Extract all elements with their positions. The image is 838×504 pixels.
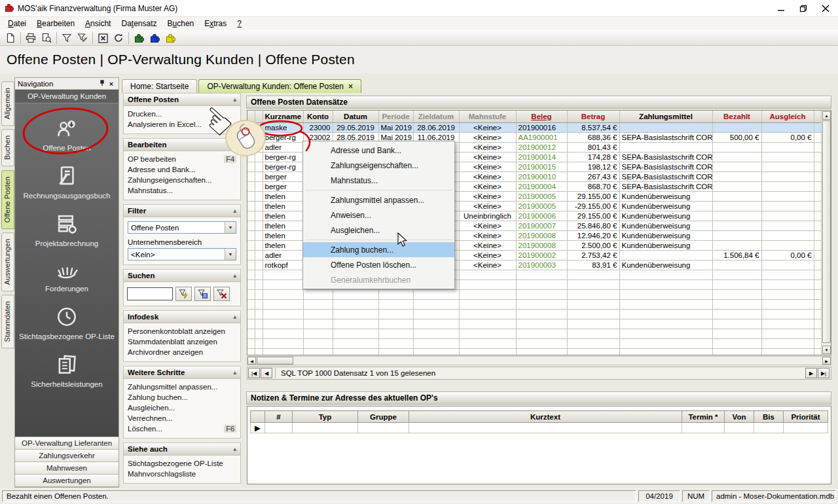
filter-lightning-icon[interactable] bbox=[175, 287, 192, 301]
task-link[interactable]: Mahnstatus... bbox=[128, 185, 236, 196]
minimize-button[interactable] bbox=[770, 1, 792, 16]
vertical-tab[interactable]: Buchen bbox=[1, 129, 14, 166]
nav-bottom-item[interactable]: Auswertungen bbox=[15, 475, 118, 487]
menu-item[interactable]: Datei bbox=[3, 18, 31, 29]
filter-list-icon[interactable] bbox=[194, 287, 211, 301]
task-link[interactable]: Ausgleichen... bbox=[128, 403, 236, 413]
section-header[interactable]: Suchen ▴ bbox=[124, 270, 240, 282]
column-header-periode[interactable]: Periode bbox=[378, 111, 413, 122]
filter-edit-icon[interactable] bbox=[75, 31, 90, 45]
print-preview-icon[interactable] bbox=[39, 31, 54, 45]
scrollbar-thumb[interactable] bbox=[257, 357, 293, 365]
menu-item[interactable]: Extras bbox=[199, 18, 232, 29]
context-menu-item[interactable]: Generalumkehrbuchen bbox=[303, 272, 454, 287]
collapse-icon[interactable]: ▴ bbox=[233, 141, 236, 148]
task-link[interactable]: Verrechnen... bbox=[128, 413, 236, 423]
first-record-button[interactable]: |◀ bbox=[248, 368, 260, 378]
previous-record-button[interactable]: ◀ bbox=[261, 368, 272, 378]
column-header-betrag[interactable]: Betrag bbox=[567, 111, 619, 122]
scrollbar-thumb[interactable] bbox=[822, 120, 831, 343]
column-header-datum[interactable]: Datum bbox=[333, 111, 378, 122]
column-header-zieldatum[interactable]: Zieldatum bbox=[413, 111, 459, 122]
scroll-down-icon[interactable]: ▼ bbox=[822, 346, 831, 354]
menu-item[interactable]: ? bbox=[232, 18, 247, 29]
vertical-tab[interactable]: Auswertungen bbox=[1, 232, 14, 291]
task-link[interactable]: Zahlungsmittel anpassen... bbox=[128, 382, 236, 392]
context-menu-item[interactable]: Anweisen... bbox=[303, 207, 454, 223]
scroll-right-icon[interactable]: ▶ bbox=[822, 357, 831, 365]
task-link[interactable]: Stammdatenblatt anzeigen bbox=[128, 336, 236, 347]
chevron-down-icon[interactable]: ▼ bbox=[225, 249, 236, 260]
task-link[interactable]: Zahlungseigenschaften... bbox=[128, 175, 236, 185]
task-link[interactable]: Personenkontoblatt anzeigen bbox=[128, 326, 236, 336]
column-header-mahnstufe[interactable]: Mahnstufe bbox=[459, 111, 516, 122]
scroll-up-icon[interactable]: ▲ bbox=[822, 111, 831, 120]
task-link[interactable]: OP bearbeitenF4 bbox=[128, 154, 236, 164]
blue-puzzle-icon[interactable] bbox=[147, 31, 162, 45]
section-header[interactable]: Offene Posten ▴ bbox=[124, 94, 240, 106]
tab-home-startseite[interactable]: Home: Startseite bbox=[122, 79, 197, 93]
notes-empty-row[interactable]: ▶ bbox=[251, 423, 828, 433]
collapse-icon[interactable]: ▴ bbox=[233, 272, 236, 279]
next-record-button[interactable]: ▶ bbox=[805, 368, 817, 378]
section-header[interactable]: Siehe auch ▴ bbox=[124, 443, 240, 456]
context-menu-item[interactable]: Zahlungsmittel anpassen... bbox=[303, 192, 454, 207]
task-link[interactable]: Mahnvorschlagsliste bbox=[128, 469, 236, 479]
vertical-tab[interactable]: Stammdaten bbox=[1, 295, 14, 348]
pin-icon[interactable] bbox=[98, 80, 107, 88]
menu-item[interactable]: Datensatz bbox=[116, 18, 162, 29]
nav-item-sicherheitsleistungen[interactable]: Sicherheitsleistungen bbox=[15, 346, 118, 394]
filter-clear-icon[interactable] bbox=[213, 287, 230, 301]
green-puzzle-icon[interactable] bbox=[131, 31, 147, 45]
collapse-icon[interactable]: ▴ bbox=[233, 446, 236, 452]
close-button[interactable] bbox=[814, 1, 837, 16]
refresh-icon[interactable] bbox=[111, 31, 126, 45]
task-link[interactable]: Drucken... bbox=[128, 109, 236, 119]
context-menu-item[interactable]: Adresse und Bank... bbox=[303, 143, 454, 158]
unternehmensbereich-dropdown[interactable]: <Kein> ▼ bbox=[128, 248, 236, 261]
task-link[interactable]: Stichtagsbezogene OP-Liste bbox=[128, 458, 236, 469]
section-header[interactable]: Bearbeiten ▴ bbox=[124, 139, 240, 151]
vertical-tab[interactable]: Allgemein bbox=[1, 81, 14, 126]
task-link[interactable]: Adresse und Bank... bbox=[128, 164, 236, 175]
collapse-icon[interactable]: ▴ bbox=[233, 314, 236, 320]
table-row[interactable]: ▸ maske 23000 29.05.2019 Mai 2019 28.06.… bbox=[247, 122, 822, 132]
yellow-puzzle-icon[interactable] bbox=[162, 31, 178, 45]
context-menu-item[interactable] bbox=[303, 188, 454, 192]
restore-button[interactable] bbox=[792, 1, 814, 16]
section-header[interactable]: Filter ▴ bbox=[124, 205, 240, 217]
task-link[interactable]: Analysieren in Excel... bbox=[128, 119, 236, 130]
excel-export-icon[interactable] bbox=[95, 31, 111, 45]
column-header-ausgleich[interactable]: Ausgleich bbox=[761, 111, 814, 122]
tab-op-verwaltung-kunden[interactable]: OP-Verwaltung Kunden: Offene Posten × bbox=[198, 79, 361, 93]
menu-item[interactable]: Buchen bbox=[162, 18, 200, 29]
column-header-kurzname[interactable]: Kurzname bbox=[263, 111, 303, 122]
nav-item-stichtagsbezogene-op-liste[interactable]: Stichtagsbezogene OP-Liste bbox=[15, 298, 118, 346]
search-input[interactable] bbox=[127, 287, 173, 300]
context-menu-item[interactable]: Zahlungseigenschaften... bbox=[303, 158, 454, 173]
column-header-zahlungsmittel[interactable]: Zahlungsmittel bbox=[619, 111, 712, 122]
filter-dropdown[interactable]: Offene Posten ▼ bbox=[128, 221, 236, 234]
new-document-icon[interactable] bbox=[3, 31, 18, 45]
context-menu-item[interactable]: Zahlung buchen... bbox=[303, 242, 454, 257]
context-menu-item[interactable] bbox=[303, 238, 454, 242]
nav-item-projektabrechnung[interactable]: Projektabrechnung bbox=[15, 206, 118, 253]
print-icon[interactable] bbox=[23, 31, 39, 45]
menu-item[interactable]: Ansicht bbox=[80, 18, 116, 29]
vertical-tab[interactable]: Offene Posten bbox=[1, 170, 14, 229]
column-header-bezahlt[interactable]: Bezahlt bbox=[712, 111, 761, 122]
nav-bottom-item[interactable]: Mahnwesen bbox=[15, 462, 118, 475]
context-menu-item[interactable]: Mahnstatus... bbox=[303, 173, 454, 188]
close-panel-icon[interactable]: × bbox=[107, 80, 116, 88]
nav-item-rechnungsausgangsbuch[interactable]: Rechnungsausgangsbuch bbox=[15, 158, 118, 206]
section-header[interactable]: Weitere Schritte ▴ bbox=[124, 367, 240, 379]
task-link[interactable]: Archivordner anzeigen bbox=[128, 347, 236, 357]
task-link[interactable]: Löschen...F6 bbox=[128, 423, 236, 434]
nav-item-forderungen[interactable]: Forderungen bbox=[15, 253, 118, 298]
filter-icon[interactable] bbox=[59, 31, 75, 45]
nav-bottom-item[interactable]: Zahlungsverkehr bbox=[15, 450, 118, 462]
last-record-button[interactable]: ▶| bbox=[818, 368, 829, 378]
nav-item-offene-posten[interactable]: Offene Posten bbox=[15, 110, 118, 158]
nav-bottom-item[interactable]: OP-Verwaltung Lieferanten bbox=[15, 437, 118, 450]
collapse-icon[interactable]: ▴ bbox=[233, 369, 236, 376]
